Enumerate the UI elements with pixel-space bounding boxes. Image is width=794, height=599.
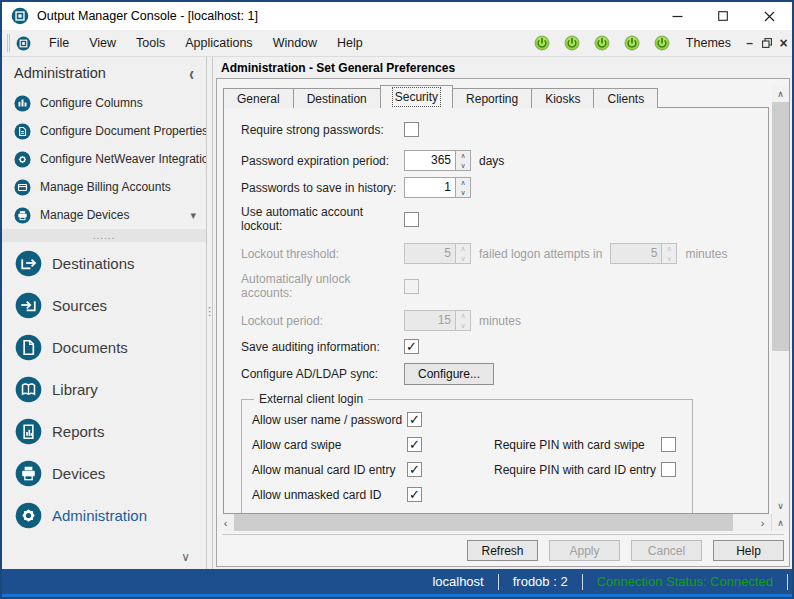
sidebar-splitter[interactable]: ⋮	[206, 57, 213, 569]
external-client-login-group: External client login Allow user name / …	[241, 399, 693, 514]
spin-down-icon[interactable]: ∨	[456, 188, 470, 198]
chevron-down-icon[interactable]: ▾	[190, 209, 196, 222]
mdi-restore-button[interactable]	[758, 34, 775, 52]
close-button[interactable]	[746, 2, 792, 30]
app-window: Output Manager Console - [localhost: 1] …	[0, 0, 794, 599]
spin-up-icon[interactable]: ∧	[456, 178, 470, 188]
scroll-right-icon[interactable]: ›	[754, 514, 771, 531]
menu-tools[interactable]: Tools	[126, 30, 175, 56]
unit-label: minutes	[479, 314, 521, 328]
horizontal-scrollbar-thumb[interactable]	[234, 514, 733, 531]
destinations-icon	[15, 250, 42, 277]
apply-button[interactable]: Apply	[549, 540, 620, 561]
configure-ad-ldap-button[interactable]: Configure...	[404, 363, 494, 385]
allow-unmasked-card-id-checkbox[interactable]	[407, 487, 422, 502]
mdi-close-button[interactable]: ×	[775, 34, 792, 52]
lockout-threshold-spinner: 5 ∧∨	[404, 243, 471, 264]
vertical-scrollbar-thumb[interactable]	[772, 102, 789, 351]
vertical-scrollbar[interactable]: ∧ ∨	[772, 85, 789, 514]
power-status-icon[interactable]	[564, 35, 580, 51]
mdi-child-icon[interactable]	[16, 36, 31, 51]
netweaver-icon	[14, 151, 31, 168]
password-expiration-spinner[interactable]: 365 ∧∨	[404, 150, 471, 171]
sidebar-item-configure-columns[interactable]: Configure Columns	[2, 89, 206, 117]
preferences-panel: General Destination Security Reporting K…	[216, 78, 790, 567]
page-title: Administration - Set General Preferences	[213, 57, 792, 78]
cancel-button[interactable]: Cancel	[631, 540, 702, 561]
power-status-icon[interactable]	[654, 35, 670, 51]
require-pin-card-swipe-checkbox[interactable]	[661, 437, 676, 452]
sidebar-item-library[interactable]: Library	[2, 368, 206, 410]
auto-unlock-checkbox	[404, 279, 419, 294]
sidebar-item-manage-billing-accounts[interactable]: Manage Billing Accounts	[2, 173, 206, 201]
menu-help[interactable]: Help	[327, 30, 373, 56]
lockout-window-spinner: 5 ∧∨	[610, 243, 677, 264]
refresh-button[interactable]: Refresh	[467, 540, 538, 561]
sidebar-item-configure-netweaver-integration[interactable]: Configure NetWeaver Integration	[2, 145, 206, 173]
sidebar-item-devices[interactable]: Devices	[2, 452, 206, 494]
menu-view[interactable]: View	[79, 30, 126, 56]
require-pin-card-id-checkbox[interactable]	[661, 462, 676, 477]
horizontal-scrollbar[interactable]: ‹ ›	[217, 514, 771, 531]
sidebar-item-configure-document-properties[interactable]: Configure Document Properties	[2, 117, 206, 145]
scroll-up-icon[interactable]: ∧	[772, 85, 789, 102]
spin-down-icon: ∨	[662, 254, 676, 264]
themes-menu[interactable]: Themes	[686, 36, 731, 50]
minimize-button[interactable]	[654, 2, 700, 30]
status-host: localhost	[418, 574, 497, 589]
sidebar-section-label: Administration	[52, 507, 147, 524]
menu-applications[interactable]: Applications	[175, 30, 262, 56]
tab-general[interactable]: General	[223, 88, 294, 108]
power-status-icon[interactable]	[594, 35, 610, 51]
spin-down-icon[interactable]: ∨	[456, 161, 470, 171]
help-button[interactable]: Help	[713, 540, 784, 561]
save-auditing-checkbox[interactable]	[404, 339, 419, 354]
sidebar-item-administration[interactable]: Administration	[2, 494, 206, 536]
spin-down-icon: ∨	[456, 254, 470, 264]
power-status-icon[interactable]	[624, 35, 640, 51]
scroll-left-icon[interactable]: ‹	[217, 514, 234, 531]
allow-username-password-checkbox[interactable]	[407, 412, 422, 427]
field-label: Lockout period:	[241, 314, 404, 328]
sidebar-item-reports[interactable]: Reports	[2, 410, 206, 452]
spin-up-icon[interactable]: ∧	[456, 151, 470, 161]
maximize-button[interactable]	[700, 2, 746, 30]
tab-clients[interactable]: Clients	[593, 88, 658, 108]
sidebar-item-sources[interactable]: Sources	[2, 284, 206, 326]
window-bottom-border	[2, 594, 792, 597]
tab-reporting[interactable]: Reporting	[452, 88, 532, 108]
require-strong-passwords-checkbox[interactable]	[404, 122, 419, 137]
reports-icon	[15, 418, 42, 445]
sidebar-item-destinations[interactable]: Destinations	[2, 242, 206, 284]
sidebar-item-label: Configure Document Properties	[40, 124, 208, 138]
sidebar-expand-button[interactable]: ∨	[2, 545, 206, 569]
allow-card-swipe-checkbox[interactable]	[407, 437, 422, 452]
tab-security[interactable]: Security	[380, 85, 453, 108]
sidebar-item-documents[interactable]: Documents	[2, 326, 206, 368]
field-label: Lockout threshold:	[241, 247, 404, 261]
use-account-lockout-checkbox[interactable]	[404, 212, 419, 227]
sidebar-section-label: Sources	[52, 297, 107, 314]
sidebar-item-label: Manage Billing Accounts	[40, 180, 171, 194]
menu-file[interactable]: File	[39, 30, 79, 56]
field-label: Passwords to save in history:	[241, 181, 404, 195]
command-button-row: Refresh Apply Cancel Help	[217, 535, 789, 566]
library-icon	[15, 376, 42, 403]
passwords-history-spinner[interactable]: 1 ∧∨	[404, 177, 471, 198]
minimize-icon	[672, 11, 683, 22]
sidebar-section-gripper[interactable]: ......	[2, 229, 206, 242]
sidebar-item-manage-devices[interactable]: Manage Devices ▾	[2, 201, 206, 229]
allow-manual-card-id-checkbox[interactable]	[407, 462, 422, 477]
menu-window[interactable]: Window	[263, 30, 327, 56]
sidebar-section-label: Reports	[52, 423, 105, 440]
tab-kiosks[interactable]: Kiosks	[531, 88, 594, 108]
power-status-icon[interactable]	[534, 35, 550, 51]
scroll-down-icon[interactable]: ∨	[772, 497, 789, 514]
spin-up-icon: ∧	[662, 244, 676, 254]
mdi-minimize-button[interactable]: –	[741, 34, 758, 52]
outer-scroll-up-button[interactable]: ∧	[771, 514, 789, 531]
sidebar-collapse-button[interactable]: ‹	[189, 62, 194, 84]
toolbar-gripper[interactable]	[7, 34, 10, 52]
app-icon	[11, 7, 29, 25]
tab-destination[interactable]: Destination	[293, 88, 381, 108]
